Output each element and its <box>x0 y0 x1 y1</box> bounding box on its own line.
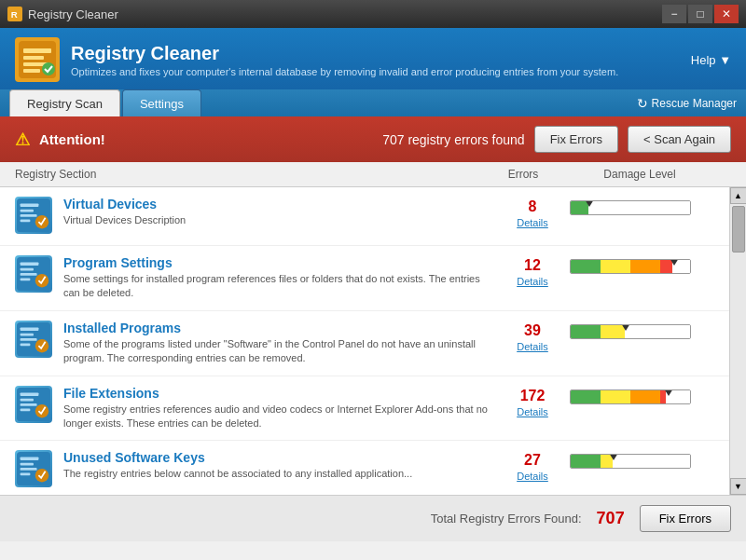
svg-rect-17 <box>21 273 37 276</box>
item-damage-unused-software-keys <box>570 450 714 469</box>
header: Registry Cleaner Optimizes and fixes you… <box>0 28 746 89</box>
svg-point-7 <box>42 62 55 75</box>
item-desc-unused-software-keys: The registry entries below cannot be ass… <box>63 467 495 481</box>
item-title-program-settings[interactable]: Program Settings <box>63 255 495 270</box>
details-link-unused-software-keys[interactable]: Details <box>517 471 548 482</box>
item-damage-file-extensions <box>570 386 714 404</box>
list-item: Program Settings Some settings for insta… <box>0 246 729 311</box>
error-count-installed-programs: 39 <box>495 322 570 339</box>
svg-rect-3 <box>23 48 51 53</box>
tabs: Registry Scan Settings <box>9 89 201 116</box>
scroll-down-arrow[interactable]: ▼ <box>730 478 747 495</box>
item-damage-program-settings <box>570 255 714 274</box>
svg-rect-33 <box>21 458 39 461</box>
item-icon-program-settings <box>15 255 54 294</box>
alert-message: 707 registry errors found <box>382 132 525 147</box>
tab-registry-scan[interactable]: Registry Scan <box>9 89 120 116</box>
column-headers: Registry Section Errors Damage Level <box>0 162 746 187</box>
col-section-header: Registry Section <box>15 168 481 181</box>
svg-rect-16 <box>21 268 34 271</box>
alert-bold-text: Attention! <box>39 131 369 147</box>
item-info-program-settings: Program Settings Some settings for insta… <box>63 255 495 301</box>
svg-rect-21 <box>21 327 39 331</box>
details-link-installed-programs[interactable]: Details <box>517 341 548 352</box>
app-icon: R <box>7 7 22 21</box>
maximize-button[interactable]: □ <box>688 5 712 23</box>
scroll-thumb[interactable] <box>732 206 745 253</box>
item-desc-file-extensions: Some registry entries references audio a… <box>63 403 495 431</box>
svg-rect-30 <box>21 408 31 411</box>
item-title-installed-programs[interactable]: Installed Programs <box>63 321 495 335</box>
alert-bar: ⚠ Attention! 707 registry errors found F… <box>0 116 746 162</box>
error-count-unused-software-keys: 27 <box>495 452 570 469</box>
details-link-virtual-devices[interactable]: Details <box>517 217 548 228</box>
scan-again-button[interactable]: < Scan Again <box>628 126 731 153</box>
item-desc-program-settings: Some settings for installed program refe… <box>63 272 495 301</box>
svg-rect-29 <box>21 403 37 406</box>
footer-fix-errors-button[interactable]: Fix Errors <box>640 505 731 532</box>
item-icon-installed-programs <box>15 321 54 360</box>
list-item: File Extensions Some registry entries re… <box>0 376 729 442</box>
help-button[interactable]: Help ▼ <box>691 53 731 67</box>
item-icon-unused-software-keys <box>15 450 54 489</box>
svg-rect-27 <box>21 392 39 396</box>
item-info-unused-software-keys: Unused Software Keys The registry entrie… <box>63 450 495 481</box>
svg-rect-15 <box>21 262 39 266</box>
item-desc-installed-programs: Some of the programs listed under "Softw… <box>63 337 495 366</box>
svg-rect-35 <box>21 468 37 471</box>
svg-rect-23 <box>21 338 37 341</box>
item-icon-file-extensions <box>15 386 54 425</box>
title-bar: R Registry Cleaner − □ ✕ <box>0 0 746 28</box>
fix-errors-button[interactable]: Fix Errors <box>534 126 618 153</box>
item-title-file-extensions[interactable]: File Extensions <box>63 386 495 401</box>
details-link-program-settings[interactable]: Details <box>517 276 548 287</box>
item-errors-virtual-devices: 8 Details <box>495 197 570 229</box>
svg-rect-22 <box>21 333 34 335</box>
error-count-virtual-devices: 8 <box>495 198 570 215</box>
svg-rect-36 <box>21 473 31 476</box>
item-icon-virtual-devices <box>15 197 54 236</box>
tab-settings[interactable]: Settings <box>122 89 201 116</box>
svg-rect-18 <box>21 279 31 281</box>
tab-bar: Registry Scan Settings ↻ Rescue Manager <box>0 89 746 116</box>
item-info-virtual-devices: Virtual Devices Virtual Devices Descript… <box>63 197 495 227</box>
error-count-file-extensions: 172 <box>495 388 570 404</box>
details-link-file-extensions[interactable]: Details <box>517 406 548 417</box>
svg-rect-6 <box>23 69 40 73</box>
footer-error-count: 707 <box>597 509 625 528</box>
item-errors-file-extensions: 172 Details <box>495 386 570 418</box>
item-errors-program-settings: 12 Details <box>495 255 570 288</box>
svg-text:R: R <box>11 9 18 20</box>
header-left: Registry Cleaner Optimizes and fixes you… <box>15 37 618 82</box>
scroll-up-arrow[interactable]: ▲ <box>730 187 747 204</box>
item-title-virtual-devices[interactable]: Virtual Devices <box>63 197 495 212</box>
error-count-program-settings: 12 <box>495 257 570 274</box>
item-desc-virtual-devices: Virtual Devices Description <box>63 213 495 227</box>
item-damage-installed-programs <box>570 321 714 339</box>
window-controls: − □ ✕ <box>662 5 739 23</box>
item-info-file-extensions: File Extensions Some registry entries re… <box>63 386 495 431</box>
col-errors-header: Errors <box>481 168 565 181</box>
footer: Total Registry Errors Found: 707 Fix Err… <box>0 495 746 541</box>
product-icon <box>15 37 60 82</box>
app-title: Registry Cleaner <box>71 43 618 64</box>
minimize-button[interactable]: − <box>662 5 686 23</box>
alert-icon: ⚠ <box>15 130 30 150</box>
close-button[interactable]: ✕ <box>714 5 739 23</box>
svg-rect-11 <box>21 214 37 217</box>
header-text: Registry Cleaner Optimizes and fixes you… <box>71 43 618 77</box>
window-title: Registry Cleaner <box>28 7 118 21</box>
rescue-icon: ↻ <box>637 96 648 111</box>
list-item: Installed Programs Some of the programs … <box>0 311 729 376</box>
list-item: Virtual Devices Virtual Devices Descript… <box>0 187 729 246</box>
footer-label: Total Registry Errors Found: <box>431 512 582 526</box>
col-damage-header: Damage Level <box>565 168 714 181</box>
item-info-installed-programs: Installed Programs Some of the programs … <box>63 321 495 366</box>
list-item: Unused Software Keys The registry entrie… <box>0 441 729 495</box>
svg-rect-9 <box>21 203 39 207</box>
items-list: Virtual Devices Virtual Devices Descript… <box>0 187 729 495</box>
scrollbar[interactable]: ▲ ▼ <box>729 187 746 495</box>
svg-rect-12 <box>21 220 31 223</box>
rescue-manager-button[interactable]: ↻ Rescue Manager <box>637 96 737 116</box>
item-title-unused-software-keys[interactable]: Unused Software Keys <box>63 450 495 465</box>
